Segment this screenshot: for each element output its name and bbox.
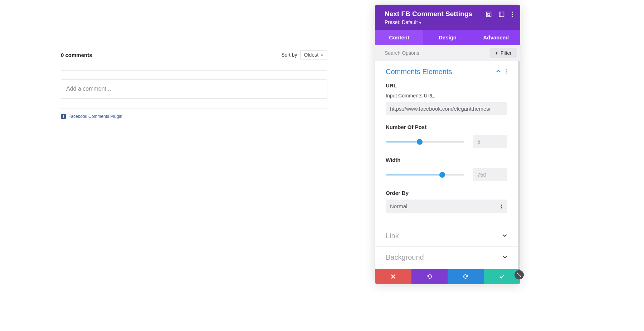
field-order-by: Order By Normal ▲▼ bbox=[386, 190, 507, 213]
section-background: Background bbox=[375, 247, 518, 268]
url-label: URL bbox=[386, 82, 507, 88]
field-width: Width 750 bbox=[386, 157, 507, 181]
svg-point-6 bbox=[512, 16, 513, 17]
width-value[interactable]: 750 bbox=[473, 168, 507, 181]
chevron-down-icon[interactable] bbox=[502, 233, 507, 239]
width-label: Width bbox=[386, 157, 507, 163]
panel-header: Next FB Comment Settings Preset: Default… bbox=[375, 5, 520, 30]
select-caret-icon: ▲▼ bbox=[500, 204, 503, 208]
undo-button[interactable] bbox=[411, 269, 448, 284]
url-sublabel: Input Comments URL. bbox=[386, 93, 507, 99]
section-title: Background bbox=[386, 253, 424, 262]
slider-thumb[interactable] bbox=[417, 139, 423, 145]
expand-icon[interactable] bbox=[486, 11, 492, 19]
url-input[interactable] bbox=[386, 102, 507, 115]
svg-rect-0 bbox=[487, 12, 491, 17]
divider bbox=[61, 70, 327, 71]
order-label: Order By bbox=[386, 190, 507, 196]
panel-actions bbox=[375, 269, 520, 284]
caret-down-icon: ▾ bbox=[419, 21, 421, 25]
tab-design[interactable]: Design bbox=[423, 30, 472, 45]
comments-count: 0 comments bbox=[61, 52, 92, 58]
redo-button[interactable] bbox=[448, 269, 484, 284]
plus-icon: + bbox=[495, 50, 498, 56]
svg-point-5 bbox=[512, 14, 513, 15]
tab-content[interactable]: Content bbox=[375, 30, 423, 45]
settings-panel: Next FB Comment Settings Preset: Default… bbox=[375, 5, 520, 284]
section-header-background[interactable]: Background bbox=[375, 247, 518, 268]
filter-button[interactable]: + Filter bbox=[490, 48, 517, 58]
section-header-icons bbox=[496, 69, 507, 75]
panel-body: Comments Elements URL Input Comments URL… bbox=[375, 61, 520, 269]
section-comments-elements: Comments Elements URL Input Comments URL… bbox=[375, 61, 518, 225]
snap-icon[interactable] bbox=[499, 11, 504, 19]
field-number-of-post: Number Of Post 5 bbox=[386, 124, 507, 148]
sortby-wrap: Sort by Oldest ▲▼ bbox=[281, 50, 327, 59]
section-link: Link bbox=[375, 225, 518, 247]
sortby-value: Oldest bbox=[304, 52, 318, 58]
panel-title: Next FB Comment Settings bbox=[385, 10, 472, 18]
panel-tabs: Content Design Advanced bbox=[375, 30, 520, 45]
width-slider-row: 750 bbox=[386, 168, 507, 181]
plugin-footer: f Facebook Comments Plugin bbox=[61, 108, 327, 119]
panel-preset[interactable]: Preset: Default ▾ bbox=[385, 19, 472, 25]
sortby-select[interactable]: Oldest ▲▼ bbox=[300, 50, 327, 59]
slider-fill bbox=[386, 174, 442, 176]
search-input[interactable]: Search Options bbox=[385, 50, 419, 56]
fb-comments-preview: 0 comments Sort by Oldest ▲▼ Add a comme… bbox=[61, 50, 327, 119]
num-slider-row: 5 bbox=[386, 135, 507, 148]
field-url: URL Input Comments URL. bbox=[386, 82, 507, 115]
section-header-comments[interactable]: Comments Elements bbox=[375, 61, 518, 82]
num-value[interactable]: 5 bbox=[473, 135, 507, 148]
kebab-icon[interactable] bbox=[506, 69, 507, 75]
sort-caret-icon: ▲▼ bbox=[321, 53, 323, 57]
svg-line-12 bbox=[518, 274, 520, 276]
chevron-up-icon[interactable] bbox=[496, 69, 501, 75]
svg-point-8 bbox=[506, 71, 507, 72]
panel-search-row: Search Options + Filter bbox=[375, 45, 520, 61]
svg-point-7 bbox=[506, 69, 507, 70]
order-select[interactable]: Normal ▲▼ bbox=[386, 200, 507, 213]
section-header-link[interactable]: Link bbox=[375, 225, 518, 246]
add-comment-placeholder: Add a comment... bbox=[66, 86, 111, 92]
add-comment-input[interactable]: Add a comment... bbox=[61, 80, 327, 99]
svg-point-4 bbox=[512, 11, 513, 13]
section-content-comments: URL Input Comments URL. Number Of Post 5 bbox=[375, 82, 518, 225]
order-value: Normal bbox=[390, 203, 407, 209]
resize-handle[interactable] bbox=[514, 270, 524, 279]
slider-fill bbox=[386, 141, 420, 143]
comments-header: 0 comments Sort by Oldest ▲▼ bbox=[61, 50, 327, 59]
chevron-down-icon[interactable] bbox=[502, 254, 507, 260]
num-label: Number Of Post bbox=[386, 124, 507, 130]
plugin-link[interactable]: Facebook Comments Plugin bbox=[68, 114, 122, 119]
facebook-icon: f bbox=[61, 114, 66, 119]
close-button[interactable] bbox=[375, 269, 411, 284]
slider-thumb[interactable] bbox=[439, 172, 445, 178]
section-title: Comments Elements bbox=[386, 68, 452, 76]
svg-rect-2 bbox=[499, 12, 504, 17]
section-title: Link bbox=[386, 232, 399, 240]
svg-rect-1 bbox=[488, 13, 490, 15]
panel-header-icons bbox=[486, 10, 513, 25]
kebab-icon[interactable] bbox=[512, 11, 513, 19]
width-slider[interactable] bbox=[386, 174, 464, 176]
tab-advanced[interactable]: Advanced bbox=[472, 30, 520, 45]
num-slider[interactable] bbox=[386, 141, 464, 143]
svg-point-9 bbox=[506, 72, 507, 73]
sortby-label: Sort by bbox=[281, 52, 297, 58]
